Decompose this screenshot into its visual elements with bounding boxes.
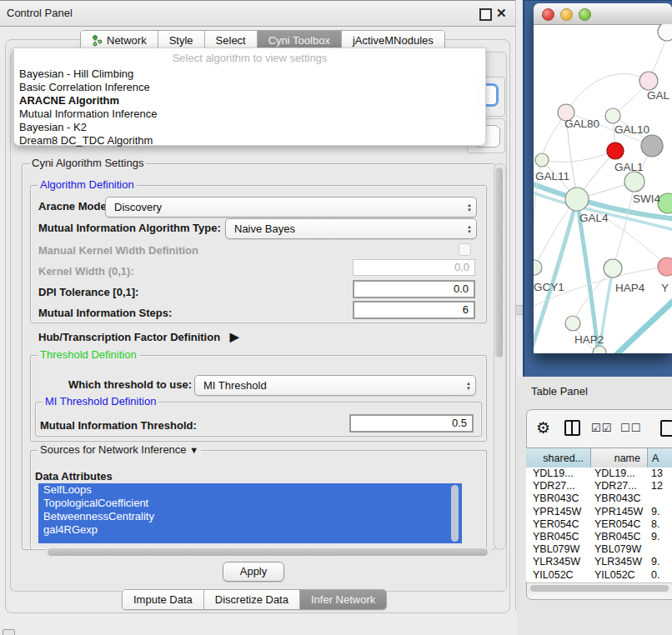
algorithm-option[interactable]: Bayesian - Hill Climbing: [18, 68, 481, 81]
threshold-definition-title: Threshold Definition: [38, 349, 139, 361]
table-row[interactable]: YBR043CYBR043C: [526, 492, 672, 505]
minimized-panel-icon[interactable]: [3, 629, 15, 635]
cyni-settings-group-title: Cyni Algorithm Settings: [29, 158, 146, 169]
network-node[interactable]: [565, 316, 580, 331]
table-cell: YPR145W: [591, 506, 648, 518]
data-attributes-label: Data Attributes: [35, 470, 113, 482]
network-node[interactable]: [641, 135, 663, 157]
table-row[interactable]: YBR045CYBR045C9.: [526, 531, 672, 543]
table-row[interactable]: YPR145WYPR145W9.: [526, 506, 672, 518]
window-close-icon[interactable]: [542, 8, 554, 21]
aracne-mode-label: Aracne Mode:: [38, 200, 110, 212]
algorithm-option[interactable]: Mutual Information Inference: [18, 108, 481, 121]
table-cell: YBR043C: [526, 492, 591, 505]
algorithm-option[interactable]: Bayesian - K2: [18, 121, 481, 134]
table-cell: YDL19...: [591, 468, 648, 480]
data-attribute-item[interactable]: BetweennessCentrality: [38, 510, 462, 523]
hub-definition-disclosure[interactable]: Hub/Transcription Factor Definition ▶: [38, 330, 239, 343]
network-node-label: SWI4: [633, 192, 660, 205]
aracne-mode-combobox[interactable]: Discovery ▲▼: [105, 197, 477, 218]
algorithm-option[interactable]: Basic Correlation Inference: [18, 81, 481, 94]
data-attribute-item[interactable]: gal4RGexp: [38, 523, 462, 537]
table-row[interactable]: YBL079WYBL079W: [526, 543, 672, 556]
window-zoom-icon[interactable]: [579, 8, 591, 21]
cyni-mode-tabs: Impute Data Discretize Data Infer Networ…: [122, 589, 387, 610]
network-graph-canvas[interactable]: GALGAL80GAL10GAL1GAL11GAL4SWI4GCY1HAP4YH…: [534, 24, 672, 353]
network-node-label: GAL10: [614, 123, 649, 136]
network-window-titlebar[interactable]: [534, 3, 672, 25]
table-row[interactable]: YIL052CYIL052C0.: [526, 569, 672, 582]
network-node-label: HAP2: [574, 333, 604, 346]
data-attribute-item[interactable]: TopologicalCoefficient: [38, 497, 462, 510]
kernel-width-field[interactable]: 0.0: [353, 259, 475, 276]
aracne-mode-value: Discovery: [106, 201, 463, 213]
window-minimize-icon[interactable]: [560, 8, 573, 21]
settings-vertical-scrollbar[interactable]: [494, 163, 506, 550]
network-node-label: GAL: [647, 89, 670, 102]
table-row[interactable]: YDL19...YDL19...13: [526, 468, 672, 480]
table-cell: 13: [648, 468, 672, 480]
table-cell: YBL079W: [526, 543, 591, 556]
network-node[interactable]: [605, 108, 620, 123]
apply-button[interactable]: Apply: [223, 562, 284, 582]
column-header-shared-name[interactable]: shared...: [526, 448, 591, 468]
network-node-label: Y: [661, 282, 669, 294]
float-window-icon[interactable]: [479, 8, 492, 21]
table-settings-gear-icon[interactable]: ⚙: [536, 420, 550, 436]
network-node[interactable]: [607, 142, 624, 159]
algorithm-option[interactable]: ARACNE Algorithm: [18, 94, 481, 108]
network-node-label: GCY1: [534, 281, 564, 293]
network-edge[interactable]: [614, 298, 672, 353]
tab-discretize-data[interactable]: Discretize Data: [204, 590, 300, 609]
algorithm-dropdown: Select algorithm to view settings Bayesi…: [13, 48, 486, 146]
column-header-clipped[interactable]: A: [648, 448, 672, 468]
sources-group-title[interactable]: Sources for Network Inference ▼: [38, 444, 201, 456]
network-edge[interactable]: [542, 151, 615, 162]
network-node[interactable]: [593, 346, 606, 353]
table-cell: YBR045C: [526, 531, 591, 543]
tab-infer-network[interactable]: Infer Network: [300, 590, 386, 609]
network-node[interactable]: [565, 188, 589, 211]
data-attribute-item[interactable]: SelfLoops: [38, 483, 462, 497]
manual-kernel-width-checkbox[interactable]: [459, 243, 471, 256]
algorithm-definition-title: Algorithm Definition: [38, 179, 137, 191]
table-row[interactable]: YER054CYER054C8.: [526, 518, 672, 531]
export-document-icon[interactable]: [660, 420, 672, 437]
disclosure-right-icon: ▶: [230, 330, 239, 343]
table-cell: YLR345W: [526, 556, 591, 568]
split-columns-icon[interactable]: [564, 420, 580, 436]
mi-algorithm-type-combobox[interactable]: Naive Bayes ▲▼: [225, 218, 477, 239]
network-node-label: GAL11: [535, 170, 569, 182]
table-row[interactable]: YLR345WYLR345W9.: [526, 556, 672, 568]
network-node[interactable]: [534, 260, 542, 275]
dpi-tolerance-label: DPI Tolerance [0,1]:: [38, 286, 138, 298]
mi-threshold-field[interactable]: 0.5: [349, 414, 474, 432]
network-node[interactable]: [604, 259, 622, 278]
table-body: YDL19...YDL19...13YDR27...YDR27...12YBR0…: [526, 468, 672, 582]
column-header-name[interactable]: name: [591, 448, 648, 468]
close-panel-icon[interactable]: ✕: [496, 5, 507, 22]
dpi-tolerance-field[interactable]: 0.0: [353, 280, 475, 298]
attributes-scrollbar[interactable]: [451, 485, 459, 542]
tab-impute-data[interactable]: Impute Data: [123, 590, 204, 609]
table-cell: YER054C: [526, 518, 591, 531]
algorithm-option[interactable]: Dream8 DC_TDC Algorithm: [18, 134, 481, 148]
application-root: Control Panel ✕ Network Style: [0, 0, 672, 635]
tab-style-label: Style: [169, 34, 193, 47]
network-node[interactable]: [535, 153, 549, 167]
table-row[interactable]: YDR27...YDR27...12: [526, 480, 672, 492]
network-view-window[interactable]: GALGAL80GAL10GAL1GAL11GAL4SWI4GCY1HAP4YH…: [534, 3, 672, 353]
settings-horizontal-scrollbar[interactable]: [45, 548, 493, 557]
mi-algorithm-type-value: Naive Bayes: [226, 222, 463, 235]
select-all-columns-icon[interactable]: ☑☑: [591, 420, 612, 436]
mi-steps-field[interactable]: 6: [353, 301, 475, 319]
network-node[interactable]: [639, 72, 658, 90]
network-node[interactable]: [658, 258, 672, 276]
network-node[interactable]: [658, 24, 672, 41]
network-edge[interactable]: [566, 74, 649, 112]
network-node[interactable]: [624, 172, 644, 192]
which-threshold-combobox[interactable]: MI Threshold ▲▼: [194, 375, 476, 396]
table-cell: YDR27...: [591, 480, 648, 492]
unselect-all-columns-icon[interactable]: ☐☐: [620, 420, 641, 436]
table-horizontal-scrollbar[interactable]: [527, 582, 672, 594]
